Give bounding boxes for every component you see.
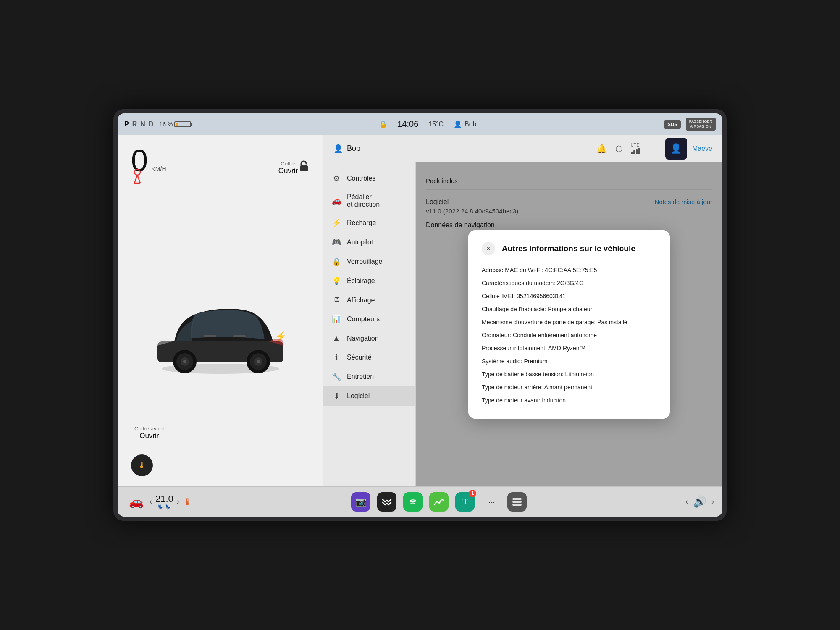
sidebar-item-entretien[interactable]: 🔧 Entretien [323,367,415,386]
frunk-action[interactable]: Ouvrir [134,432,164,440]
taskbar-app-tasks[interactable] [507,492,527,512]
taskbar-next-button[interactable]: › [711,497,714,506]
other-user-name: Maeve [692,145,712,152]
affichage-label: Affichage [347,297,375,304]
signal-bar-2 [633,150,635,154]
user-display: 👤 Bob [454,120,476,128]
signal-bars [631,148,640,154]
modal-header: × Autres informations sur le véhicule [482,242,656,255]
seat-heat-indicator: 💺💺 [155,504,173,510]
modal-title: Autres informations sur le véhicule [502,244,635,253]
other-user-avatar: 👤 [665,138,687,160]
sidebar-item-securite[interactable]: ℹ Sécurité [323,348,415,367]
svg-rect-19 [512,498,522,500]
svg-rect-4 [300,165,308,171]
left-panel: 0 KM/H [118,135,323,486]
heat-icon[interactable]: 🌡 [183,496,193,508]
sidebar-item-recharge[interactable]: ⚡ Recharge [323,213,415,233]
trunk-label[interactable]: Coffre Ouvrir [278,160,298,175]
sidebar-item-autopilot[interactable]: 🎮 Autopilot [323,233,415,252]
sidebar-item-affichage[interactable]: 🖥 Affichage [323,291,415,310]
prnd-selector[interactable]: P R N D [124,121,154,128]
lock-icon[interactable]: 🔒 [379,120,387,128]
sidebar-item-compteurs[interactable]: 📊 Compteurs [323,310,415,329]
gear-r[interactable]: R [132,121,138,128]
user-profile[interactable]: 👤 Bob [333,144,360,153]
compteurs-icon: 📊 [332,315,341,324]
logiciel-icon: ⬇ [332,391,341,401]
taskbar-app-camera[interactable]: 📷 [351,492,370,512]
taskbar-apps: 📷 [196,492,682,512]
settings-header: 👤 Bob 🔔 ⬡ LTE [323,135,722,162]
taskbar-nav: ‹ 21.0 💺💺 › 🌡 [150,494,193,510]
modal-info-imei: Cellule IMEI: 352146956603141 [482,290,656,303]
taskbar-prev-button[interactable]: ‹ [685,497,688,506]
sidebar-item-verrouillage[interactable]: 🔒 Verrouillage [323,252,415,271]
taskbar-app-spotify[interactable] [403,492,423,512]
climate-button[interactable]: 🌡 [131,454,153,476]
taskbar-app-tidal[interactable] [377,492,396,512]
eclairage-label: Éclairage [347,277,375,285]
signal-bar-3 [636,149,638,154]
recharge-icon: ⚡ [332,218,341,228]
signal-bar-4 [638,148,640,154]
pedalier-icon: 🚗 [332,196,341,205]
temp-decrease-button[interactable]: ‹ [150,497,152,506]
user-name-top: Bob [465,121,476,128]
notification-icon[interactable]: 🔔 [596,144,607,154]
frunk-label[interactable]: Coffre avant Ouvrir [134,425,164,440]
trunk-action[interactable]: Ouvrir [278,167,298,175]
sidebar-item-pedalier[interactable]: 🚗 Pédalieret direction [323,188,415,213]
status-center: 🔒 14:06 15°C 👤 Bob [196,119,659,129]
other-profile[interactable]: 👤 Maeve [665,138,712,160]
status-right: SOS PASSENGER AIRBAG ON [664,118,716,131]
sidebar-item-logiciel[interactable]: ⬇ Logiciel [323,386,415,406]
modal-info-modem: Caractéristiques du modem: 2G/3G/4G [482,277,656,290]
entretien-label: Entretien [347,373,374,381]
spotify-icon [407,496,419,508]
gear-d[interactable]: D [149,121,155,128]
taskbar-temp: 21.0 [155,494,173,504]
outdoor-temp: 15°C [428,121,444,128]
modal-info-heat: Chauffage de l'habitacle: Pompe à chaleu… [482,303,656,316]
modal-info-motor-front: Type de moteur avant: Induction [482,394,656,407]
user-profile-name: Bob [347,144,360,153]
notification-badge: 1 [469,490,476,497]
volume-button[interactable]: 🔊 [693,495,706,508]
battery-indicator: 16 % [159,121,191,128]
modal-dialog: × Autres informations sur le véhicule Ad… [468,230,670,419]
battery-fill [176,123,178,126]
taskbar-car-icon[interactable]: 🚗 [126,492,146,512]
taskbar-app-notes[interactable]: T 1 [455,492,475,512]
tidal-icon [381,498,392,506]
modal-info-wifi: Adresse MAC du Wi-Fi: 4C:FC:AA:5E:75:E5 [482,264,656,277]
frunk-label-text: Coffre avant [134,425,164,432]
tasks-icon [512,496,522,507]
modal-info-audio: Système audio: Premium [482,355,656,368]
modal-info-garage: Mécanisme d'ouverture de porte de garage… [482,316,656,329]
modal-info-battery-type: Type de batterie basse tension: Lithium-… [482,368,656,381]
bluetooth-icon[interactable]: ⬡ [615,144,622,154]
signal-bar-1 [631,152,633,154]
settings-content: Pack inclus Logiciel v11.0 (2022.24.8 40… [416,162,722,486]
modal-close-button[interactable]: × [482,242,495,255]
svg-rect-16 [233,335,246,337]
notes-icon: T [462,497,467,506]
sidebar-item-controles[interactable]: ⚙ Contrôles [323,169,415,188]
sos-button[interactable]: SOS [664,120,680,129]
svg-point-14 [257,360,260,363]
sidebar-item-navigation[interactable]: ▲ Navigation [323,329,415,348]
lock-unlock-icon[interactable] [298,160,310,176]
battery-percent: 16 % [159,121,173,128]
entretien-icon: 🔧 [332,372,341,381]
controles-label: Contrôles [347,175,375,182]
temp-increase-button[interactable]: › [177,497,179,506]
gear-n[interactable]: N [140,121,146,128]
taskbar-app-stocks[interactable] [429,492,449,512]
sidebar-item-eclairage[interactable]: 💡 Éclairage [323,271,415,291]
autopilot-icon: 🎮 [332,238,341,247]
pedalier-label: Pédalieret direction [347,193,380,208]
taskbar-app-more[interactable]: ··· [481,492,501,512]
user-profile-icon: 👤 [333,144,343,153]
gear-p[interactable]: P [124,121,130,128]
